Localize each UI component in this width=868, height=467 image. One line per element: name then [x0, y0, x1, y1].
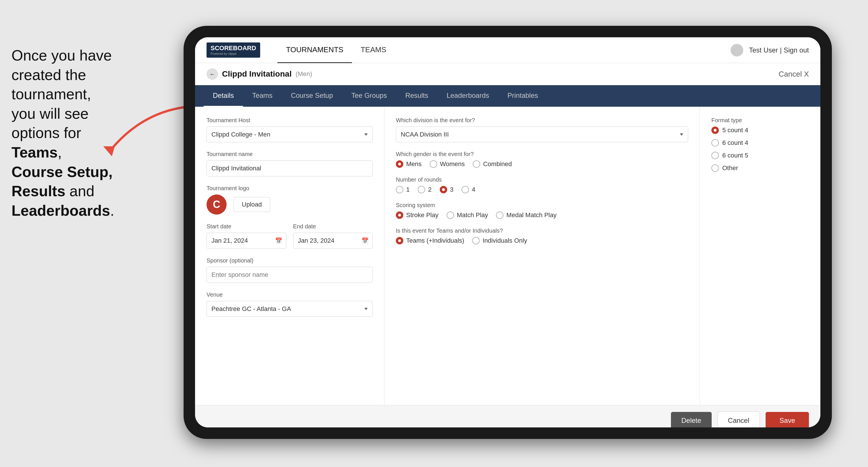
scoring-stroke-radio[interactable] — [396, 211, 403, 219]
tab-leaderboards[interactable]: Leaderboards — [437, 85, 498, 107]
division-field: Which division is the event for? NCAA Di… — [396, 117, 688, 142]
rounds-1-radio[interactable] — [396, 186, 403, 193]
format-6count5-radio[interactable] — [711, 152, 719, 159]
back-button[interactable]: ← — [207, 68, 218, 80]
gender-combined-radio[interactable] — [473, 160, 480, 168]
calendar-icon: 📅 — [275, 237, 282, 244]
start-date-label: Start date — [207, 223, 286, 230]
tournament-logo-field: Tournament logo C Upload — [207, 185, 373, 215]
scoring-label: Scoring system — [396, 202, 688, 209]
app-logo: SCOREBOARD Powered by clippd — [207, 42, 260, 57]
calendar-icon-end: 📅 — [362, 237, 369, 244]
cancel-button[interactable]: Cancel — [717, 412, 760, 428]
venue-field: Venue Peachtree GC - Atlanta - GA — [207, 291, 373, 317]
tournament-name: Clippd Invitational — [222, 69, 292, 79]
instruction-line3: tournament, — [11, 86, 91, 102]
rounds-2[interactable]: 2 — [417, 186, 431, 193]
team-plus-radio[interactable] — [396, 237, 403, 244]
end-date-input[interactable] — [293, 232, 373, 249]
team-radio-row: Teams (+Individuals) Individuals Only — [396, 237, 688, 244]
format-6count4-radio[interactable] — [711, 139, 719, 147]
tab-details[interactable]: Details — [204, 85, 243, 107]
instruction-line4: you will see — [11, 105, 89, 122]
start-date-input[interactable] — [207, 232, 286, 249]
gender-mens[interactable]: Mens — [396, 160, 422, 168]
format-6count4[interactable]: 6 count 4 — [711, 139, 809, 147]
rounds-radio-row: 1 2 3 4 — [396, 186, 688, 193]
sponsor-field: Sponsor (optional) — [207, 257, 373, 283]
tournament-host-label: Tournament Host — [207, 117, 373, 124]
cancel-x-button[interactable]: Cancel X — [779, 70, 809, 79]
nav-teams[interactable]: TEAMS — [352, 37, 395, 63]
scoring-medal-match-play[interactable]: Medal Match Play — [496, 211, 557, 219]
instruction-bold3: Results — [11, 183, 65, 199]
logo-upload-row: C Upload — [207, 194, 373, 215]
format-label: Format type — [711, 117, 809, 124]
tab-printables[interactable]: Printables — [498, 85, 547, 107]
individuals-only[interactable]: Individuals Only — [472, 237, 527, 244]
instruction-line1: Once you have — [11, 47, 112, 64]
format-other-radio[interactable] — [711, 164, 719, 172]
scoring-stroke-play[interactable]: Stroke Play — [396, 211, 439, 219]
tournament-name-input[interactable] — [207, 160, 373, 177]
rounds-1[interactable]: 1 — [396, 186, 410, 193]
tab-results[interactable]: Results — [396, 85, 437, 107]
tournament-name-field: Tournament name — [207, 151, 373, 177]
scoring-medal-radio[interactable] — [496, 211, 503, 219]
tablet-screen: SCOREBOARD Powered by clippd TOURNAMENTS… — [195, 37, 820, 428]
end-date-label: End date — [293, 223, 373, 230]
user-avatar — [731, 44, 743, 57]
tournament-host-select[interactable]: Clippd College - Men — [207, 126, 373, 142]
team-plus-individuals[interactable]: Teams (+Individuals) — [396, 237, 464, 244]
nav-tournaments[interactable]: TOURNAMENTS — [277, 37, 352, 63]
sponsor-input[interactable] — [207, 267, 373, 283]
rounds-4[interactable]: 4 — [462, 186, 475, 193]
breadcrumb-row: ← Clippd Invitational (Men) Cancel X — [195, 63, 820, 85]
tab-course-setup[interactable]: Course Setup — [282, 85, 342, 107]
logo-circle: C — [207, 194, 227, 215]
division-select[interactable]: NCAA Division III — [396, 126, 688, 142]
date-fields: Start date 📅 End date 📅 — [207, 223, 373, 249]
save-button[interactable]: Save — [766, 412, 809, 428]
team-label: Is this event for Teams and/or Individua… — [396, 227, 688, 234]
user-sign-out[interactable]: Test User | Sign out — [749, 46, 809, 54]
venue-label: Venue — [207, 291, 373, 298]
rounds-4-radio[interactable] — [462, 186, 469, 193]
format-5count4[interactable]: 5 count 4 — [711, 126, 809, 134]
tournament-name-label: Tournament name — [207, 151, 373, 157]
app-header: SCOREBOARD Powered by clippd TOURNAMENTS… — [195, 37, 820, 63]
gender-womens[interactable]: Womens — [430, 160, 465, 168]
left-panel: Tournament Host Clippd College - Men Tou… — [195, 107, 384, 405]
tab-tee-groups[interactable]: Tee Groups — [342, 85, 396, 107]
individuals-only-radio[interactable] — [472, 237, 479, 244]
scoring-field: Scoring system Stroke Play Match Play — [396, 202, 688, 219]
gender-label: Which gender is the event for? — [396, 151, 688, 157]
tab-teams[interactable]: Teams — [243, 85, 282, 107]
instruction-line5: options for — [11, 124, 81, 141]
end-date-field: End date 📅 — [293, 223, 373, 249]
breadcrumb-content: ← Clippd Invitational (Men) — [207, 68, 312, 80]
tournament-host-field: Tournament Host Clippd College - Men — [207, 117, 373, 142]
user-area: Test User | Sign out — [731, 44, 809, 57]
rounds-2-radio[interactable] — [417, 186, 425, 193]
scoring-match-play[interactable]: Match Play — [446, 211, 488, 219]
rounds-3[interactable]: 3 — [440, 186, 454, 193]
venue-select[interactable]: Peachtree GC - Atlanta - GA — [207, 301, 373, 317]
division-label: Which division is the event for? — [396, 117, 688, 124]
tournament-sub: (Men) — [296, 70, 312, 78]
upload-button[interactable]: Upload — [234, 197, 270, 212]
gender-radio-row: Mens Womens Combined — [396, 160, 688, 168]
instruction-line2: created the — [11, 67, 86, 83]
gender-mens-radio[interactable] — [396, 160, 403, 168]
format-6count5[interactable]: 6 count 5 — [711, 152, 809, 159]
delete-button[interactable]: Delete — [671, 412, 711, 428]
team-individuals-field: Is this event for Teams and/or Individua… — [396, 227, 688, 244]
scoring-radio-row: Stroke Play Match Play Medal Match Play — [396, 211, 688, 219]
format-5count4-radio[interactable] — [711, 126, 719, 134]
scoring-match-radio[interactable] — [446, 211, 454, 219]
rounds-3-radio[interactable] — [440, 186, 447, 193]
gender-womens-radio[interactable] — [430, 160, 437, 168]
nav-bar: TOURNAMENTS TEAMS — [277, 37, 395, 63]
gender-combined[interactable]: Combined — [473, 160, 512, 168]
format-other[interactable]: Other — [711, 164, 809, 172]
